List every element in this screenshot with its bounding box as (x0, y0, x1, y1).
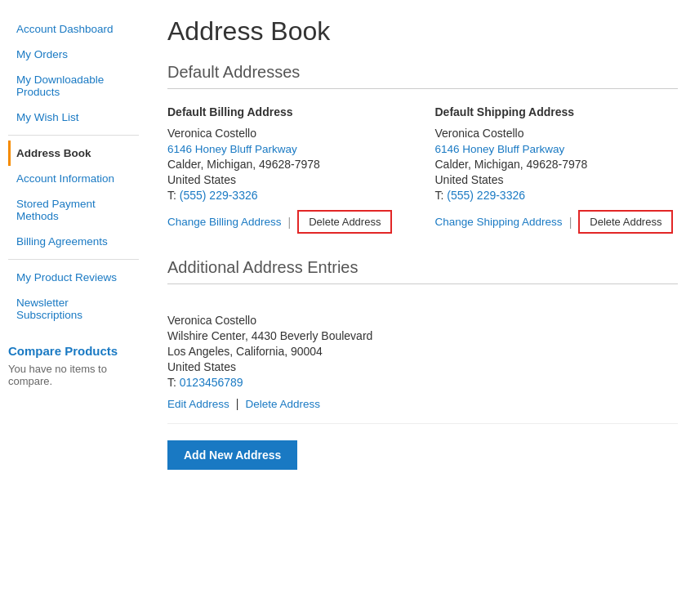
sidebar-item-account-dashboard[interactable]: Account Dashboard (8, 16, 139, 42)
billing-address-actions: Change Billing Address | Delete Address (167, 210, 411, 234)
shipping-street-link[interactable]: 6146 Honey Bluff Parkway (435, 143, 565, 155)
sidebar-item-billing-agreements[interactable]: Billing Agreements (8, 229, 139, 254)
default-addresses-divider (167, 88, 678, 89)
shipping-phone: T: (555) 229-3326 (435, 189, 679, 202)
additional-phone: T: 0123456789 (167, 376, 678, 389)
nav-separator-2 (8, 259, 139, 260)
billing-action-separator: | (288, 216, 292, 229)
additional-phone-link[interactable]: 0123456789 (180, 376, 243, 389)
billing-address-col: Default Billing Address Veronica Costell… (167, 105, 411, 234)
main-content: Address Book Default Addresses Default B… (151, 16, 678, 470)
shipping-name: Veronica Costello (435, 127, 679, 140)
additional-entry-1: Veronica Costello Wilshire Center, 4430 … (167, 301, 678, 424)
billing-phone-link[interactable]: (555) 229-3326 (180, 189, 258, 202)
billing-address-heading: Default Billing Address (167, 105, 411, 118)
billing-phone: T: (555) 229-3326 (167, 189, 411, 202)
billing-country: United States (167, 173, 411, 186)
sidebar-item-address-book[interactable]: Address Book (8, 141, 139, 166)
shipping-street: 6146 Honey Bluff Parkway (435, 142, 679, 155)
sidebar-item-my-product-reviews[interactable]: My Product Reviews (8, 265, 139, 290)
shipping-address-col: Default Shipping Address Veronica Costel… (435, 105, 679, 234)
delete-billing-address-button[interactable]: Delete Address (297, 210, 392, 234)
delete-additional-address-link[interactable]: Delete Address (245, 398, 320, 410)
billing-phone-label: T: (167, 189, 176, 202)
compare-products-text: You have no items to compare. (8, 363, 139, 387)
change-billing-address-link[interactable]: Change Billing Address (167, 216, 282, 228)
sidebar: Account Dashboard My Orders My Downloada… (8, 16, 151, 470)
additional-address-entries: Veronica Costello Wilshire Center, 4430 … (167, 301, 678, 424)
billing-city-state: Calder, Michigan, 49628-7978 (167, 158, 411, 171)
sidebar-nav: Account Dashboard My Orders My Downloada… (8, 16, 139, 328)
compare-products-title: Compare Products (8, 344, 139, 358)
address-columns: Default Billing Address Veronica Costell… (167, 105, 678, 234)
shipping-action-separator: | (569, 216, 572, 229)
shipping-phone-link[interactable]: (555) 229-3326 (447, 189, 525, 202)
additional-phone-label: T: (167, 376, 176, 389)
delete-shipping-address-button[interactable]: Delete Address (578, 210, 673, 234)
shipping-address-heading: Default Shipping Address (435, 105, 679, 118)
additional-entry-actions: Edit Address | Delete Address (167, 397, 678, 410)
shipping-phone-label: T: (435, 189, 444, 202)
billing-street: 6146 Honey Bluff Parkway (167, 142, 411, 155)
add-new-address-button[interactable]: Add New Address (167, 440, 297, 470)
billing-street-link[interactable]: 6146 Honey Bluff Parkway (167, 143, 297, 155)
billing-name: Veronica Costello (167, 127, 411, 140)
additional-addresses-heading: Additional Address Entries (167, 258, 678, 277)
sidebar-item-my-wish-list[interactable]: My Wish List (8, 105, 139, 130)
edit-address-link[interactable]: Edit Address (167, 398, 229, 410)
sidebar-item-newsletter-subscriptions[interactable]: Newsletter Subscriptions (8, 290, 139, 328)
additional-action-separator: | (236, 397, 239, 410)
page-title: Address Book (167, 16, 678, 47)
default-addresses-heading: Default Addresses (167, 63, 678, 82)
shipping-city-state: Calder, Michigan, 49628-7978 (435, 158, 679, 171)
sidebar-item-stored-payment-methods[interactable]: Stored Payment Methods (8, 191, 139, 229)
additional-addresses-divider (167, 283, 678, 284)
shipping-country: United States (435, 173, 679, 186)
shipping-address-actions: Change Shipping Address | Delete Address (435, 210, 679, 234)
change-shipping-address-link[interactable]: Change Shipping Address (435, 216, 563, 228)
additional-street: Wilshire Center, 4430 Beverly Boulevard (167, 329, 678, 342)
sidebar-item-my-downloadable-products[interactable]: My Downloadable Products (8, 67, 139, 105)
sidebar-item-my-orders[interactable]: My Orders (8, 42, 139, 67)
additional-country: United States (167, 360, 678, 373)
additional-city-state: Los Angeles, California, 90004 (167, 345, 678, 358)
compare-products-section: Compare Products You have no items to co… (8, 344, 139, 387)
additional-name: Veronica Costello (167, 314, 678, 327)
nav-separator (8, 135, 139, 136)
sidebar-item-account-information[interactable]: Account Information (8, 166, 139, 191)
